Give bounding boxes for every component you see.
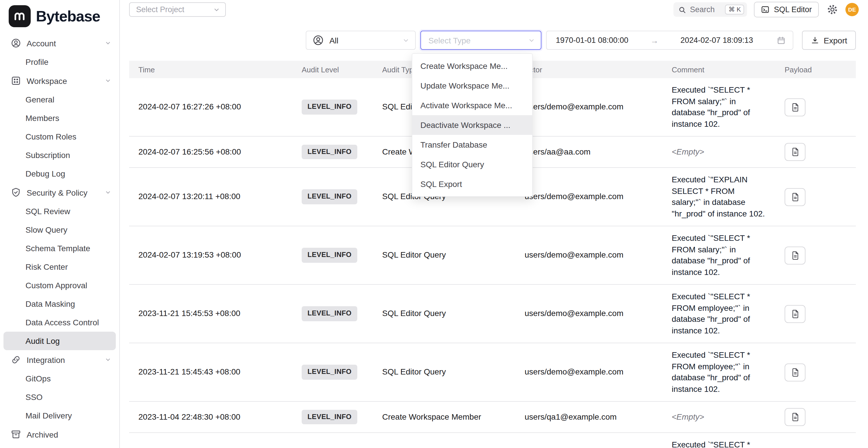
sidebar-item-slow-query[interactable]: Slow Query (3, 221, 116, 239)
cell-actor: users/demo@example.com (515, 285, 662, 343)
cell-comment: Executed `"SELECT * FROM employee;"` in … (662, 285, 775, 343)
export-label: Export (824, 36, 847, 45)
sql-editor-label: SQL Editor (774, 5, 812, 14)
sidebar-item-general[interactable]: General (3, 90, 116, 109)
payload-view-button[interactable] (785, 98, 805, 116)
section-label: Archived (27, 430, 58, 439)
sidebar-section-security-policy[interactable]: Security & Policy (3, 183, 116, 202)
payload-view-button[interactable] (785, 246, 805, 264)
table-row: 2023-11-21 15:45:53 +08:00 LEVEL_INFO SQ… (129, 285, 856, 343)
chevron-down-icon (105, 189, 111, 196)
sidebar-item-custom-roles[interactable]: Custom Roles (3, 127, 116, 146)
sidebar-item-schema-template[interactable]: Schema Template (3, 239, 116, 258)
sidebar-item-risk-center[interactable]: Risk Center (3, 258, 116, 276)
bytebase-logo-icon (9, 5, 31, 27)
brand[interactable]: Bytebase (0, 0, 119, 32)
payload-view-button[interactable] (785, 363, 805, 381)
brand-name: Bytebase (36, 7, 100, 25)
sidebar-section-account[interactable]: Account (3, 34, 116, 53)
sidebar-item-subscription[interactable]: Subscription (3, 146, 116, 164)
level-badge: LEVEL_INFO (302, 365, 357, 380)
col-header-comment: Comment (662, 61, 775, 78)
type-filter-select[interactable]: Select Type (421, 31, 541, 50)
chevron-down-icon (528, 37, 535, 44)
app: Bytebase Account Profile Workspace Gener… (0, 0, 868, 448)
workspace-grid-icon (10, 75, 22, 86)
payload-view-button[interactable] (785, 143, 805, 161)
settings-gear-icon[interactable] (826, 3, 838, 16)
sidebar-section-integration[interactable]: Integration (3, 350, 116, 369)
dropdown-option-update-workspace-member[interactable]: Update Workspace Me... (412, 76, 532, 96)
cell-actor: users/aa@aa.com (515, 136, 662, 167)
cell-comment: Executed `"SELECT * FROM department;"` i… (662, 433, 775, 448)
search-icon (678, 5, 686, 13)
level-badge: LEVEL_INFO (302, 307, 357, 321)
cell-comment: Executed `"EXPLAIN SELECT * FROM salary;… (662, 167, 775, 226)
cell-actor: users/demo@example.com (515, 167, 662, 226)
sql-editor-button[interactable]: SQL Editor (754, 2, 819, 18)
cell-comment: Executed `"SELECT * FROM employee;"` in … (662, 343, 775, 402)
project-select[interactable]: Select Project (129, 2, 226, 17)
cell-comment: Executed `"SELECT * FROM salary;"` in da… (662, 226, 775, 285)
document-icon (791, 192, 799, 202)
actor-filter-select[interactable]: All (306, 31, 416, 50)
sidebar-section-workspace[interactable]: Workspace (3, 71, 116, 90)
sidebar-item-debug-log[interactable]: Debug Log (3, 164, 116, 183)
search-input[interactable]: Search ⌘ K (674, 2, 747, 17)
cell-type: Create Workspace Member (373, 402, 515, 433)
sidebar-item-audit-log[interactable]: Audit Log (3, 332, 116, 350)
chevron-down-icon (105, 77, 111, 84)
document-icon (791, 250, 799, 260)
document-icon (791, 412, 799, 422)
sidebar-item-gitops[interactable]: GitOps (3, 369, 116, 388)
level-badge: LEVEL_INFO (302, 190, 357, 204)
sidebar-item-sql-review[interactable]: SQL Review (3, 202, 116, 221)
sidebar-item-sso[interactable]: SSO (3, 388, 116, 406)
document-icon (791, 309, 799, 319)
level-badge: LEVEL_INFO (302, 410, 357, 424)
user-circle-icon (312, 34, 324, 46)
avatar[interactable]: DE (845, 3, 859, 16)
sidebar-item-mail-delivery[interactable]: Mail Delivery (3, 406, 116, 425)
chevron-down-icon (105, 40, 111, 46)
table-row: 2023-11-04 22:48:30 +08:00 LEVEL_INFO Cr… (129, 402, 856, 433)
cell-comment: <Empty> (662, 402, 775, 433)
date-to: 2024-02-07 18:09:13 (680, 36, 753, 44)
dropdown-option-create-workspace-member[interactable]: Create Workspace Me... (412, 56, 532, 76)
cell-actor: users/demo@example.com (515, 226, 662, 285)
sql-editor-icon (761, 5, 770, 14)
sidebar-item-custom-approval[interactable]: Custom Approval (3, 276, 116, 295)
cell-actor: users/demo@example.com (515, 433, 662, 448)
chevron-down-icon (402, 37, 409, 44)
date-range-picker[interactable]: 1970-01-01 08:00:00 → 2024-02-07 18:09:1… (546, 31, 793, 50)
dropdown-option-sql-export[interactable]: SQL Export (412, 174, 532, 194)
export-button[interactable]: Export (802, 31, 856, 50)
document-icon (791, 102, 799, 112)
level-badge: LEVEL_INFO (302, 100, 357, 115)
sidebar-item-data-masking[interactable]: Data Masking (3, 295, 116, 313)
cell-type: SQL Editor Query (373, 285, 515, 343)
chevron-down-icon (105, 357, 111, 363)
dropdown-option-transfer-database[interactable]: Transfer Database (412, 135, 532, 155)
dropdown-option-sql-editor-query[interactable]: SQL Editor Query (412, 155, 532, 174)
level-badge: LEVEL_INFO (302, 248, 357, 263)
sidebar: Bytebase Account Profile Workspace Gener… (0, 0, 120, 448)
sidebar-section-archived[interactable]: Archived (3, 425, 116, 444)
type-filter-placeholder: Select Type (429, 36, 528, 45)
sidebar-menu: Account Profile Workspace General Member… (0, 32, 119, 444)
payload-view-button[interactable] (785, 408, 805, 426)
topbar: Select Project Search ⌘ K SQL Editor DE (120, 0, 868, 18)
section-label: Workspace (27, 76, 67, 85)
cell-type: SQL Editor Query (373, 433, 515, 448)
dropdown-option-deactivate-workspace-member[interactable]: Deactivate Workspace ... (412, 115, 532, 135)
payload-view-button[interactable] (785, 188, 805, 206)
sidebar-item-members[interactable]: Members (3, 109, 116, 127)
sidebar-item-data-access-control[interactable]: Data Access Control (3, 313, 116, 332)
sidebar-item-profile[interactable]: Profile (3, 53, 116, 71)
payload-view-button[interactable] (785, 305, 805, 323)
section-label: Integration (27, 355, 65, 364)
integration-link-icon (10, 354, 22, 365)
dropdown-option-activate-workspace-member[interactable]: Activate Workspace Me... (412, 96, 532, 115)
document-icon (791, 147, 799, 157)
calendar-icon (776, 36, 785, 45)
